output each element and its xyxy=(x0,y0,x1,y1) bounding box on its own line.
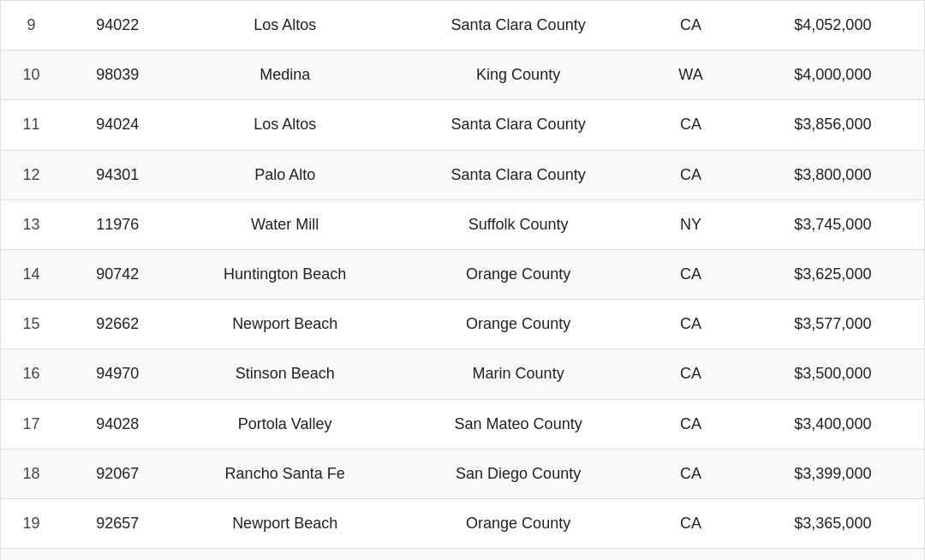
zip-cell: 11976 xyxy=(62,200,173,249)
rank-cell: 15 xyxy=(1,300,62,349)
city-cell: Palo Alto xyxy=(173,150,397,200)
rank-cell: 9 xyxy=(1,1,62,51)
county-cell: Orange County xyxy=(397,249,640,299)
state-cell: CA xyxy=(640,449,741,498)
county-cell: Santa Clara County xyxy=(397,100,640,150)
value-cell: $3,500,000 xyxy=(742,349,924,399)
table-row: 16 94970 Stinson Beach Marin County CA $… xyxy=(1,349,924,399)
county-cell: San Diego County xyxy=(397,449,640,498)
county-cell: Orange County xyxy=(397,498,640,548)
zip-cell: 92067 xyxy=(62,449,173,498)
table-row: 18 92067 Rancho Santa Fe San Diego Count… xyxy=(1,449,924,498)
county-cell: Orange County xyxy=(397,549,640,560)
table-row: 14 90742 Huntington Beach Orange County … xyxy=(1,249,924,299)
city-cell: Newport Beach xyxy=(173,498,397,548)
value-cell: $3,577,000 xyxy=(742,300,924,349)
value-cell: $4,052,000 xyxy=(742,1,924,51)
rank-cell: 11 xyxy=(1,100,62,150)
rank-cell: 14 xyxy=(1,249,62,299)
city-cell: Los Altos xyxy=(173,100,397,150)
county-cell: Marin County xyxy=(397,349,640,399)
table-row: 9 94022 Los Altos Santa Clara County CA … xyxy=(1,1,924,51)
county-cell: Orange County xyxy=(397,300,640,349)
county-cell: Santa Clara County xyxy=(397,150,640,200)
rank-cell: 17 xyxy=(1,399,62,449)
city-cell: Medina xyxy=(173,51,397,100)
zip-cell: 92662 xyxy=(62,300,173,349)
state-cell: CA xyxy=(640,399,741,449)
zip-cell: 98039 xyxy=(62,51,173,100)
value-cell: $4,000,000 xyxy=(742,51,924,100)
city-cell: Newport Beach xyxy=(173,300,397,349)
rank-cell: 13 xyxy=(1,200,62,249)
city-cell: Stinson Beach xyxy=(173,349,397,399)
city-cell: Huntington Beach xyxy=(173,249,397,299)
state-cell: NY xyxy=(640,200,741,249)
rank-cell: 16 xyxy=(1,349,62,399)
county-cell: Suffolk County xyxy=(397,200,640,249)
county-cell: San Mateo County xyxy=(397,399,640,449)
main-container: 9 94022 Los Altos Santa Clara County CA … xyxy=(0,0,925,560)
value-cell: $3,400,000 xyxy=(742,399,924,449)
county-cell: Santa Clara County xyxy=(397,1,640,51)
state-cell: CA xyxy=(640,498,741,548)
state-cell: CA xyxy=(640,1,741,51)
zip-cell: 94028 xyxy=(62,399,173,449)
rank-cell: 10 xyxy=(1,51,62,100)
city-cell: Portola Valley xyxy=(173,399,397,449)
zip-cell: 94024 xyxy=(62,100,173,150)
value-cell: $3,399,000 xyxy=(742,449,924,498)
city-cell: Los Altos xyxy=(173,1,397,51)
state-cell: CA xyxy=(640,100,741,150)
table-row: 12 94301 Palo Alto Santa Clara County CA… xyxy=(1,150,924,200)
data-table: 9 94022 Los Altos Santa Clara County CA … xyxy=(1,1,924,560)
table-row: 10 98039 Medina King County WA $4,000,00… xyxy=(1,51,924,100)
zip-cell: 90742 xyxy=(62,249,173,299)
value-cell: $3,365,000 头条@侃伦周刊 xyxy=(742,549,924,560)
state-cell: CA xyxy=(640,150,741,200)
city-cell: Water Mill xyxy=(173,200,397,249)
table-row: 20 92661 Newport Beach Orange County CA … xyxy=(1,549,924,560)
state-cell: CA xyxy=(640,549,741,560)
state-cell: WA xyxy=(640,51,741,100)
zip-cell: 92657 xyxy=(62,498,173,548)
state-cell: CA xyxy=(640,300,741,349)
zip-cell: 94970 xyxy=(62,349,173,399)
value-cell: $3,800,000 xyxy=(742,150,924,200)
county-cell: King County xyxy=(397,51,640,100)
table-row: 17 94028 Portola Valley San Mateo County… xyxy=(1,399,924,449)
table-row: 13 11976 Water Mill Suffolk County NY $3… xyxy=(1,200,924,249)
zip-cell: 94301 xyxy=(62,150,173,200)
zip-cell: 94022 xyxy=(62,1,173,51)
rank-cell: 12 xyxy=(1,150,62,200)
rank-cell: 20 xyxy=(1,549,62,560)
city-cell: Newport Beach xyxy=(173,549,397,560)
value-cell: $3,745,000 xyxy=(742,200,924,249)
table-row: 19 92657 Newport Beach Orange County CA … xyxy=(1,498,924,548)
state-cell: CA xyxy=(640,249,741,299)
rank-cell: 18 xyxy=(1,449,62,498)
value-cell: $3,856,000 xyxy=(742,100,924,150)
table-row: 11 94024 Los Altos Santa Clara County CA… xyxy=(1,100,924,150)
value-cell: $3,625,000 xyxy=(742,249,924,299)
rank-cell: 19 xyxy=(1,498,62,548)
table-row: 15 92662 Newport Beach Orange County CA … xyxy=(1,300,924,349)
zip-cell: 92661 xyxy=(62,549,173,560)
state-cell: CA xyxy=(640,349,741,399)
city-cell: Rancho Santa Fe xyxy=(173,449,397,498)
value-cell: $3,365,000 xyxy=(742,498,924,548)
